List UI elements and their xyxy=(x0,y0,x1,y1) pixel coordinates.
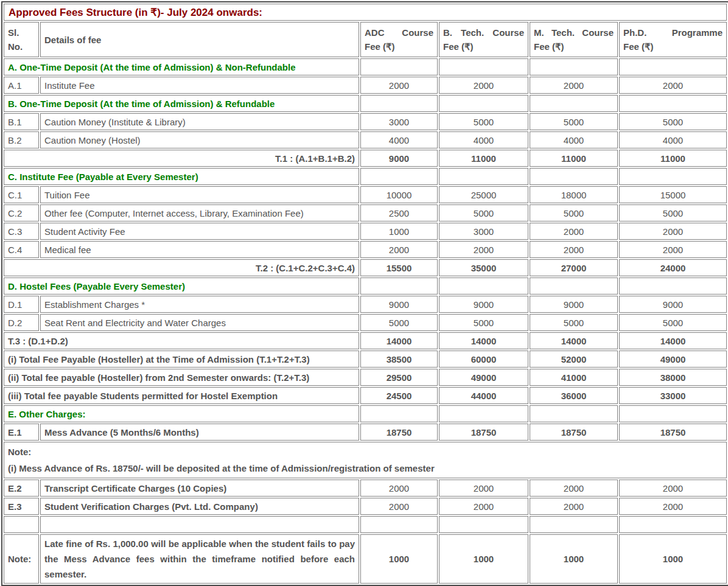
sl-cell: A.1 xyxy=(4,77,39,94)
section-row-b: B. One-Time Deposit (At the time of Admi… xyxy=(4,95,727,112)
item-row-b2: B.2 Caution Money (Hostel) 4000 4000 400… xyxy=(4,131,727,148)
fee-btech: 5000 xyxy=(439,113,528,130)
sl-cell: D.2 xyxy=(4,314,39,331)
fee-mtech: 5000 xyxy=(530,113,618,130)
empty-fee-cell xyxy=(530,95,618,112)
empty-fee-cell xyxy=(530,516,618,533)
empty-fee-cell xyxy=(619,405,727,422)
item-row-c2: C.2 Other fee (Computer, Internet access… xyxy=(4,204,727,221)
details-cell: Transcript Certificate Charges (10 Copie… xyxy=(40,480,359,497)
sl-cell: B.1 xyxy=(4,113,39,130)
empty-fee-cell xyxy=(360,168,438,185)
section-row-d: D. Hostel Fees (Payable Every Semester) xyxy=(4,277,727,295)
fee-adc: 1000 xyxy=(360,534,438,584)
fee-phd: 2000 xyxy=(619,77,727,94)
column-header-btech: B. Tech. CourseFee (₹) xyxy=(439,22,528,57)
header-line: B. Tech. Course xyxy=(443,26,524,40)
fee-phd: 1000 xyxy=(619,534,727,584)
details-cell: Institute Fee xyxy=(40,77,359,94)
empty-fee-cell xyxy=(530,168,618,185)
fee-mtech: 4000 xyxy=(530,131,618,148)
fee-mtech: 5000 xyxy=(530,314,618,331)
empty-fee-cell xyxy=(360,95,438,112)
header-line: ADC Course xyxy=(365,26,433,40)
fee-adc: 14000 xyxy=(360,332,438,349)
header-line: Fee (₹) xyxy=(534,40,614,54)
item-row-d1: D.1 Establishment Charges * 9000 9000 90… xyxy=(4,296,727,313)
fee-phd: 5000 xyxy=(619,314,727,331)
fee-adc: 1000 xyxy=(360,223,438,240)
total-label: T.1 : (A.1+B.1+B.2) xyxy=(4,150,359,167)
fee-mtech: 52000 xyxy=(530,351,618,368)
fee-mtech: 27000 xyxy=(530,259,618,276)
empty-fee-cell xyxy=(619,516,727,533)
fee-phd: 9000 xyxy=(619,296,727,313)
section-title: A. One-Time Deposit (At the time of Admi… xyxy=(4,58,359,75)
sl-cell: D.1 xyxy=(4,296,39,313)
section-row-a: A. One-Time Deposit (At the time of Admi… xyxy=(4,58,727,75)
fee-btech: 5000 xyxy=(439,204,528,221)
total-label: (ii) Total fee payable (Hosteller) from … xyxy=(4,369,359,386)
fee-adc: 18750 xyxy=(360,424,438,441)
sl-cell: Note: xyxy=(4,534,39,584)
item-row-e1: E.1 Mess Advance (5 Months/6 Months) 187… xyxy=(4,424,727,441)
note-cell: Note: (i) Mess Advance of Rs. 18750/- wi… xyxy=(4,442,727,478)
header-row: Sl.No. Details of fee ADC CourseFee (₹) … xyxy=(4,22,727,57)
item-row-e3: E.3 Student Verification Charges (Pvt. L… xyxy=(4,498,727,515)
empty-fee-cell xyxy=(439,95,528,112)
sl-cell: C.4 xyxy=(4,241,39,258)
fee-mtech: 18000 xyxy=(530,186,618,203)
total-label: (i) Total Fee Payable (Hosteller) at the… xyxy=(4,351,359,368)
header-line: Sl. xyxy=(8,26,35,40)
empty-fee-cell xyxy=(439,277,528,295)
fee-adc: 2000 xyxy=(360,241,438,258)
fee-btech: 49000 xyxy=(439,369,528,386)
fee-mtech: 2000 xyxy=(530,480,618,497)
item-row-c3: C.3 Student Activity Fee 1000 3000 2000 … xyxy=(4,223,727,240)
fee-phd: 15000 xyxy=(619,186,727,203)
fee-phd: 33000 xyxy=(619,387,727,404)
column-header-sl-no: Sl.No. xyxy=(4,22,39,57)
fee-adc: 38500 xyxy=(360,351,438,368)
grand-total-row-iii: (iii) Total fee payable Students permitt… xyxy=(4,387,727,404)
fee-phd: 18750 xyxy=(619,424,727,441)
sl-cell: E.3 xyxy=(4,498,39,515)
note-line: Note: xyxy=(8,444,723,460)
header-line: Fee (₹) xyxy=(623,40,723,54)
sl-cell: C.2 xyxy=(4,204,39,221)
note-row-late-fine: Note: Late fine of Rs. 1,000.00 will be … xyxy=(4,534,727,584)
fee-phd: 5000 xyxy=(619,204,727,221)
empty-fee-cell xyxy=(619,168,727,185)
header-line: Details of fee xyxy=(44,33,355,47)
fee-mtech: 9000 xyxy=(530,296,618,313)
fee-phd: 49000 xyxy=(619,351,727,368)
item-row-c4: C.4 Medical fee 2000 2000 2000 2000 xyxy=(4,241,727,258)
sl-cell: C.3 xyxy=(4,223,39,240)
grand-total-row-ii: (ii) Total fee payable (Hosteller) from … xyxy=(4,369,727,386)
fee-adc: 2500 xyxy=(360,204,438,221)
fee-adc: 9000 xyxy=(360,296,438,313)
fee-mtech: 1000 xyxy=(530,534,618,584)
grand-total-row-i: (i) Total Fee Payable (Hosteller) at the… xyxy=(4,351,727,368)
item-row-a1: A.1 Institute Fee 2000 2000 2000 2000 xyxy=(4,77,727,94)
details-cell: Establishment Charges * xyxy=(40,296,359,313)
empty-fee-cell xyxy=(530,58,618,75)
empty-fee-cell xyxy=(360,277,438,295)
details-cell: Student Activity Fee xyxy=(40,223,359,240)
item-row-e2: E.2 Transcript Certificate Charges (10 C… xyxy=(4,480,727,497)
header-line: M. Tech. Course xyxy=(534,26,614,40)
section-title: C. Institute Fee (Payable at Every Semes… xyxy=(4,168,359,185)
total-row-t1: T.1 : (A.1+B.1+B.2) 9000 11000 11000 110… xyxy=(4,150,727,167)
fee-phd: 2000 xyxy=(619,223,727,240)
details-cell: Other fee (Computer, Internet access, Li… xyxy=(40,204,359,221)
fee-btech: 9000 xyxy=(439,296,528,313)
details-cell: Student Verification Charges (Pvt. Ltd. … xyxy=(40,498,359,515)
item-row-b1: B.1 Caution Money (Institute & Library) … xyxy=(4,113,727,130)
fee-adc: 10000 xyxy=(360,186,438,203)
details-cell: Mess Advance (5 Months/6 Months) xyxy=(40,424,359,441)
header-line: No. xyxy=(8,40,35,54)
sl-cell: E.2 xyxy=(4,480,39,497)
fee-mtech: 2000 xyxy=(530,241,618,258)
fee-btech: 1000 xyxy=(439,534,528,584)
fee-btech: 14000 xyxy=(439,332,528,349)
